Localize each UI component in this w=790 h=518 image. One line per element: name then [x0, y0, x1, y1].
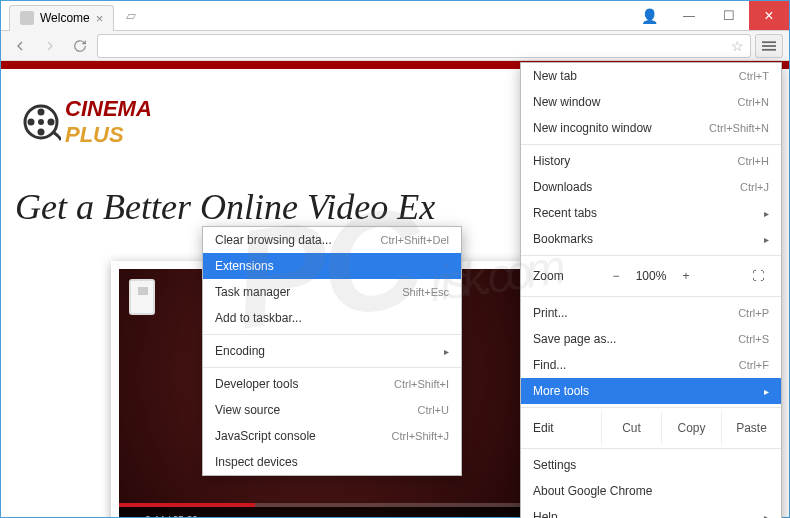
cut-button[interactable]: Cut: [601, 411, 661, 445]
submenu-encoding[interactable]: Encoding▸: [203, 338, 461, 364]
menu-edit-row: Edit Cut Copy Paste: [521, 411, 781, 445]
logo-cinema-text: CINEMA: [65, 96, 152, 122]
submenu-clear-browsing[interactable]: Clear browsing data...Ctrl+Shift+Del: [203, 227, 461, 253]
submenu-view-source[interactable]: View sourceCtrl+U: [203, 397, 461, 423]
hero-heading: Get a Better Online Video Ex: [15, 186, 435, 228]
menu-new-tab[interactable]: New tabCtrl+T: [521, 63, 781, 89]
film-reel-icon: [21, 102, 61, 142]
fullscreen-button[interactable]: ⛶: [743, 269, 773, 283]
maximize-button[interactable]: ☐: [709, 1, 749, 30]
menu-bookmarks[interactable]: Bookmarks▸: [521, 226, 781, 252]
tab-favicon: [20, 11, 34, 25]
zoom-out-button[interactable]: −: [601, 269, 631, 283]
svg-point-7: [28, 119, 35, 126]
logo-plus-text: PLUS: [65, 122, 152, 148]
back-button[interactable]: [7, 34, 33, 58]
close-window-button[interactable]: ×: [749, 1, 789, 30]
menu-zoom-row: Zoom − 100% + ⛶: [521, 259, 781, 293]
svg-rect-1: [762, 45, 776, 47]
menu-save-as[interactable]: Save page as...Ctrl+S: [521, 326, 781, 352]
submenu-inspect[interactable]: Inspect devices: [203, 449, 461, 475]
menu-downloads[interactable]: DownloadsCtrl+J: [521, 174, 781, 200]
menu-more-tools[interactable]: More tools▸: [521, 378, 781, 404]
titlebar: Welcome × ▱ 👤 — ☐ ×: [1, 1, 789, 31]
chrome-main-menu: New tabCtrl+T New windowCtrl+N New incog…: [520, 62, 782, 518]
submenu-task-manager[interactable]: Task managerShift+Esc: [203, 279, 461, 305]
bookmark-star-icon[interactable]: ☆: [731, 38, 744, 54]
submenu-js-console[interactable]: JavaScript consoleCtrl+Shift+J: [203, 423, 461, 449]
forward-button[interactable]: [37, 34, 63, 58]
zoom-value: 100%: [631, 269, 671, 283]
zoom-in-button[interactable]: +: [671, 269, 701, 283]
tab-title: Welcome: [40, 11, 90, 25]
paste-button[interactable]: Paste: [721, 411, 781, 445]
play-icon[interactable]: ▶: [127, 515, 135, 518]
menu-history[interactable]: HistoryCtrl+H: [521, 148, 781, 174]
submenu-add-taskbar[interactable]: Add to taskbar...: [203, 305, 461, 331]
svg-point-8: [38, 119, 44, 125]
menu-print[interactable]: Print...Ctrl+P: [521, 300, 781, 326]
light-switch-icon[interactable]: [129, 279, 155, 315]
svg-point-4: [38, 109, 45, 116]
toolbar: ☆: [1, 31, 789, 61]
copy-button[interactable]: Copy: [661, 411, 721, 445]
menu-button[interactable]: [755, 34, 783, 58]
submenu-dev-tools[interactable]: Developer toolsCtrl+Shift+I: [203, 371, 461, 397]
svg-rect-0: [762, 41, 776, 43]
svg-point-6: [38, 129, 45, 136]
menu-find[interactable]: Find...Ctrl+F: [521, 352, 781, 378]
video-time: 0:44 / 25:39: [145, 515, 198, 518]
menu-new-window[interactable]: New windowCtrl+N: [521, 89, 781, 115]
minimize-button[interactable]: —: [669, 1, 709, 30]
menu-help[interactable]: Help▸: [521, 504, 781, 518]
reload-button[interactable]: [67, 34, 93, 58]
menu-settings[interactable]: Settings: [521, 452, 781, 478]
submenu-extensions[interactable]: Extensions: [203, 253, 461, 279]
menu-new-incognito[interactable]: New incognito windowCtrl+Shift+N: [521, 115, 781, 141]
menu-about[interactable]: About Google Chrome: [521, 478, 781, 504]
svg-point-5: [48, 119, 55, 126]
profile-icon[interactable]: 👤: [629, 1, 669, 30]
more-tools-submenu: Clear browsing data...Ctrl+Shift+Del Ext…: [202, 226, 462, 476]
close-tab-icon[interactable]: ×: [96, 11, 104, 26]
new-tab-button[interactable]: ▱: [120, 8, 142, 23]
menu-recent-tabs[interactable]: Recent tabs▸: [521, 200, 781, 226]
cinema-plus-logo: CINEMA PLUS: [21, 96, 152, 148]
svg-rect-2: [762, 48, 776, 50]
window-buttons: 👤 — ☐ ×: [629, 1, 789, 30]
browser-tab[interactable]: Welcome ×: [9, 5, 114, 31]
address-bar[interactable]: ☆: [97, 34, 751, 58]
